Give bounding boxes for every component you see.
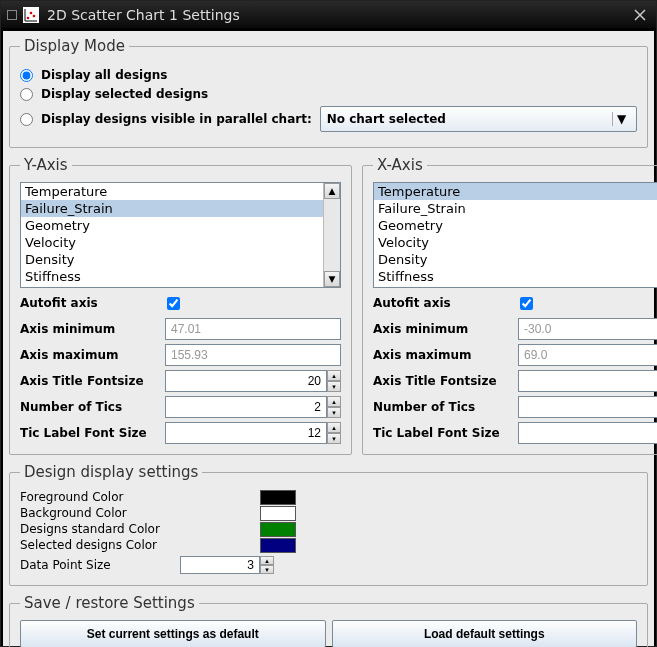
x-min-label: Axis minimum [373, 322, 518, 336]
display-mode-legend: Display Mode [20, 37, 129, 55]
x-min-input[interactable] [518, 318, 657, 340]
save-restore-legend: Save / restore Settings [20, 594, 199, 612]
display-mode-group: Display Mode Display all designs Display… [9, 37, 648, 148]
radio-display-parallel-label: Display designs visible in parallel char… [41, 112, 312, 126]
y-axis-group: Y-Axis TemperatureFailure_StrainGeometry… [9, 156, 352, 455]
list-item[interactable]: Geometry [21, 217, 323, 234]
titlebar[interactable]: 2D Scatter Chart 1 Settings [1, 1, 656, 29]
y-min-label: Axis minimum [20, 322, 165, 336]
y-min-input[interactable] [165, 318, 341, 340]
y-axis-scrollbar[interactable]: ▲ ▼ [323, 183, 340, 287]
close-button[interactable] [630, 5, 650, 25]
list-item[interactable]: Failure_Strain [21, 200, 323, 217]
list-item[interactable]: Density [374, 251, 657, 268]
design-display-legend: Design display settings [20, 463, 202, 481]
design-display-group: Design display settings Foreground Color… [9, 463, 648, 586]
x-max-input[interactable] [518, 344, 657, 366]
x-axis-group: X-Axis TemperatureFailure_StrainGeometry… [362, 156, 657, 455]
content-area: Display Mode Display all designs Display… [3, 31, 654, 646]
y-axis-legend: Y-Axis [20, 156, 72, 174]
list-item[interactable]: Failure_Strain [374, 200, 657, 217]
bg-color-label: Background Color [20, 506, 260, 520]
x-autofit-label: Autofit axis [373, 296, 518, 310]
scroll-down-icon[interactable]: ▼ [324, 271, 340, 287]
x-ticlabelfs-input[interactable] [518, 422, 657, 444]
list-item[interactable]: Temperature [21, 183, 323, 200]
std-color-label: Designs standard Color [20, 522, 260, 536]
radio-display-all[interactable] [20, 69, 33, 82]
x-ticlabelfs-label: Tic Label Font Size [373, 426, 518, 440]
list-item[interactable]: Stiffness [21, 268, 323, 285]
y-titlefs-input[interactable] [165, 370, 327, 392]
fg-color-label: Foreground Color [20, 490, 260, 504]
y-autofit-checkbox[interactable] [167, 297, 180, 310]
y-tics-input[interactable] [165, 396, 327, 418]
radio-display-selected[interactable] [20, 88, 33, 101]
pt-size-spinner[interactable]: ▴▾ [260, 556, 274, 574]
radio-display-selected-label: Display selected designs [41, 87, 208, 101]
svg-point-2 [30, 11, 33, 14]
radio-display-parallel[interactable] [20, 113, 33, 126]
load-default-button[interactable]: Load default settings [332, 620, 638, 647]
scroll-up-icon[interactable]: ▲ [324, 183, 340, 199]
std-color-swatch[interactable] [260, 522, 296, 537]
app-icon [23, 7, 39, 23]
chevron-down-icon: ▼ [612, 112, 630, 126]
list-item[interactable]: Velocity [374, 234, 657, 251]
y-tics-label: Number of Tics [20, 400, 165, 414]
bg-color-swatch[interactable] [260, 506, 296, 521]
pt-size-label: Data Point Size [20, 558, 180, 572]
sel-color-swatch[interactable] [260, 538, 296, 553]
radio-display-all-label: Display all designs [41, 68, 167, 82]
window-title: 2D Scatter Chart 1 Settings [47, 7, 630, 23]
list-item[interactable]: Density [21, 251, 323, 268]
y-titlefs-spinner[interactable]: ▴▾ [327, 370, 341, 392]
fg-color-swatch[interactable] [260, 490, 296, 505]
svg-rect-0 [24, 8, 38, 22]
y-titlefs-label: Axis Title Fontsize [20, 374, 165, 388]
list-item[interactable]: Temperature [374, 183, 657, 200]
settings-window: 2D Scatter Chart 1 Settings Display Mode… [0, 0, 657, 647]
y-tics-spinner[interactable]: ▴▾ [327, 396, 341, 418]
x-tics-label: Number of Tics [373, 400, 518, 414]
x-autofit-checkbox[interactable] [520, 297, 533, 310]
sel-color-label: Selected designs Color [20, 538, 260, 552]
x-max-label: Axis maximum [373, 348, 518, 362]
list-item[interactable]: Geometry [374, 217, 657, 234]
y-ticlabelfs-input[interactable] [165, 422, 327, 444]
x-tics-input[interactable] [518, 396, 657, 418]
y-axis-listbox[interactable]: TemperatureFailure_StrainGeometryVelocit… [20, 182, 341, 288]
x-titlefs-label: Axis Title Fontsize [373, 374, 518, 388]
y-ticlabelfs-spinner[interactable]: ▴▾ [327, 422, 341, 444]
system-menu-icon[interactable] [7, 10, 17, 20]
svg-point-3 [33, 14, 36, 17]
list-item[interactable]: Velocity [21, 234, 323, 251]
parallel-chart-combo-value: No chart selected [327, 112, 612, 126]
parallel-chart-combo[interactable]: No chart selected ▼ [320, 106, 637, 132]
save-restore-group: Save / restore Settings Set current sett… [9, 594, 648, 647]
y-ticlabelfs-label: Tic Label Font Size [20, 426, 165, 440]
pt-size-input[interactable] [180, 556, 260, 574]
x-titlefs-input[interactable] [518, 370, 657, 392]
y-max-label: Axis maximum [20, 348, 165, 362]
x-axis-listbox[interactable]: TemperatureFailure_StrainGeometryVelocit… [373, 182, 657, 288]
list-item[interactable]: Stiffness [374, 268, 657, 285]
y-autofit-label: Autofit axis [20, 296, 165, 310]
svg-point-1 [27, 16, 30, 19]
set-default-button[interactable]: Set current settings as default [20, 620, 326, 647]
y-max-input[interactable] [165, 344, 341, 366]
x-axis-legend: X-Axis [373, 156, 427, 174]
